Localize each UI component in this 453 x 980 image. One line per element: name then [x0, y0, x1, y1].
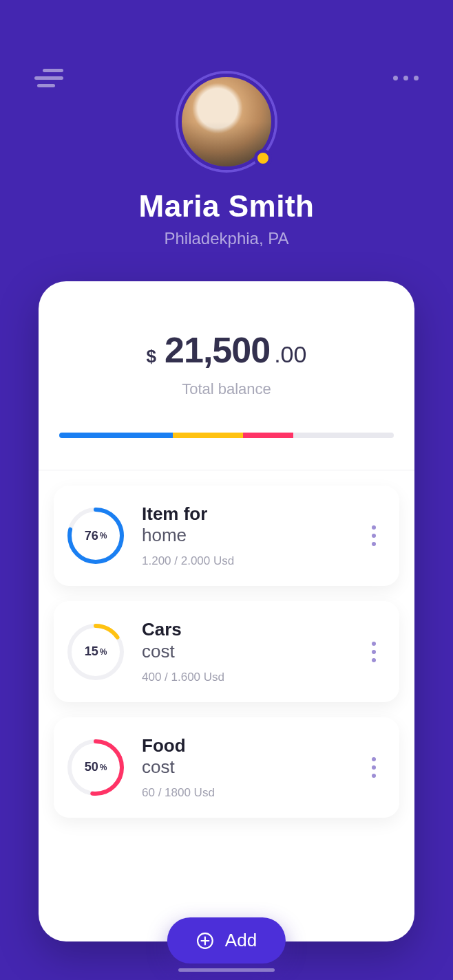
more-vertical-icon[interactable] [365, 635, 383, 669]
user-location: Philadekphia, PA [164, 229, 288, 248]
item-values: 1.200 / 2.000 Usd [142, 554, 347, 568]
more-vertical-icon[interactable] [365, 750, 383, 785]
add-button-label: Add [225, 930, 257, 951]
list-item[interactable]: 15% Cars cost 400 / 1.600 Usd [54, 601, 399, 701]
item-values: 400 / 1.600 Usd [142, 671, 347, 684]
item-title: Cars [142, 619, 347, 640]
item-subtitle: cost [142, 641, 347, 662]
balance-card: $ 21,500 .00 Total balance 76% Item for … [39, 281, 414, 941]
status-indicator-icon [254, 149, 272, 167]
user-name: Maria Smith [139, 189, 315, 224]
more-horizontal-icon[interactable] [393, 76, 419, 80]
item-subtitle: cost [142, 756, 347, 778]
spending-breakdown-bar [59, 433, 394, 438]
item-subtitle: home [142, 525, 347, 546]
item-title: Food [142, 735, 347, 756]
balance-label: Total balance [39, 380, 414, 398]
plus-circle-icon [196, 932, 214, 950]
avatar[interactable] [178, 74, 275, 170]
home-indicator[interactable] [178, 968, 275, 972]
item-title: Item for [142, 503, 347, 525]
progress-ring-icon: 50% [67, 739, 124, 796]
balance-amount: 21,500 [165, 329, 270, 371]
menu-icon[interactable] [34, 69, 63, 87]
currency-symbol: $ [147, 346, 156, 367]
list-item[interactable]: 50% Food cost 60 / 1800 Usd [54, 717, 399, 818]
progress-ring-icon: 76% [67, 508, 124, 564]
balance-cents: .00 [274, 341, 306, 368]
progress-ring-icon: 15% [67, 624, 124, 680]
list-item[interactable]: 76% Item for home 1.200 / 2.000 Usd [54, 486, 399, 586]
more-vertical-icon[interactable] [365, 519, 383, 553]
add-button[interactable]: Add [167, 917, 286, 963]
item-values: 60 / 1800 Usd [142, 786, 347, 800]
category-list: 76% Item for home 1.200 / 2.000 Usd 15% … [39, 470, 414, 818]
